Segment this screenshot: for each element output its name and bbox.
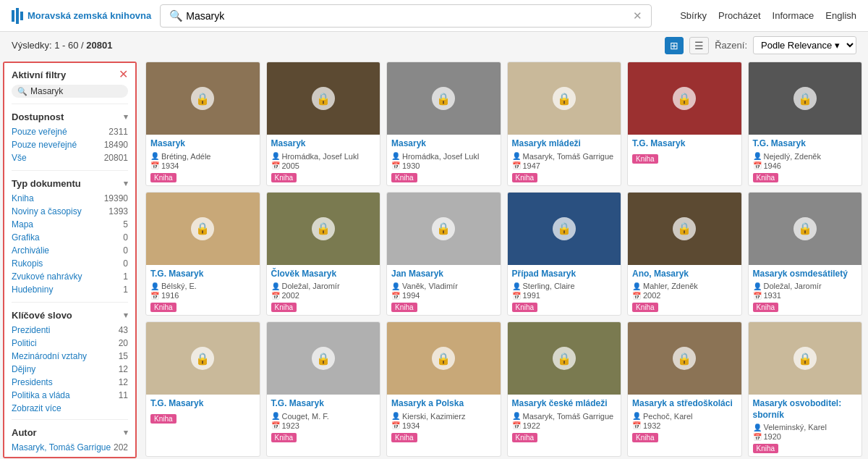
calendar-icon: 📅 bbox=[753, 433, 762, 441]
dostupnost-header[interactable]: Dostupnost ▾ bbox=[12, 109, 128, 125]
lock-icon: 🔒 bbox=[432, 217, 455, 240]
book-title: Masaryk bbox=[271, 138, 376, 150]
book-author: 👤Vaněk, Vladimír bbox=[391, 282, 496, 290]
sort-label: Řazení: bbox=[715, 40, 747, 51]
book-year: 📅2002 bbox=[271, 291, 376, 300]
person-icon: 👤 bbox=[150, 282, 159, 290]
book-type-badge: Kniha bbox=[150, 173, 176, 182]
nav-sbirky[interactable]: Sbírky bbox=[680, 10, 707, 21]
book-info: Masaryk osvoboditel: sborník 👤Veleminský… bbox=[749, 395, 862, 456]
sidebar-row: Prezidenti 43 bbox=[12, 324, 128, 337]
book-cover: 🔒 bbox=[146, 322, 260, 395]
clear-filters-button[interactable]: ✕ bbox=[119, 69, 128, 80]
book-card[interactable]: 🔒 T.G. Masaryk Kniha bbox=[145, 321, 260, 457]
book-cover: 🔒 bbox=[387, 322, 501, 395]
book-title: Masaryk mládeži bbox=[512, 138, 617, 150]
book-title: T.G. Masaryk bbox=[150, 269, 255, 280]
calendar-icon: 📅 bbox=[150, 161, 159, 169]
book-year: 📅1923 bbox=[271, 421, 376, 430]
search-button[interactable]: 🔍 bbox=[166, 9, 186, 22]
book-author: 👤Couget, M. F. bbox=[271, 412, 376, 421]
book-title: Masaryk a středoškoláci bbox=[632, 398, 737, 410]
book-author: 👤Doležal, Jaromír bbox=[753, 282, 858, 290]
book-author: 👤Mahler, Zdeněk bbox=[632, 282, 737, 290]
book-author: 👤Pechoč, Karel bbox=[632, 412, 737, 421]
calendar-icon: 📅 bbox=[512, 292, 521, 300]
book-card[interactable]: 🔒 Masaryk a Polska 👤Kierski, Kazimierz 📅… bbox=[386, 321, 501, 457]
book-info: Případ Masaryk 👤Sterling, Claire 📅1991 K… bbox=[508, 265, 621, 316]
book-info: Masaryk české mládeži 👤Masaryk, Tomáš Ga… bbox=[508, 395, 621, 445]
nav-informace[interactable]: Informace bbox=[773, 10, 814, 21]
book-type-badge: Kniha bbox=[753, 303, 779, 312]
book-author: 👤Hromádka, Josef Lukl bbox=[271, 152, 376, 161]
book-author: 👤Doležal, Jaromír bbox=[271, 282, 376, 290]
book-card[interactable]: 🔒 Masaryk 👤Hromádka, Josef Lukl 📅1930 Kn… bbox=[386, 62, 501, 186]
calendar-icon: 📅 bbox=[271, 421, 280, 429]
sort-select[interactable]: Podle Relevance ▾ bbox=[753, 36, 856, 54]
lock-icon: 🔒 bbox=[673, 347, 696, 370]
calendar-icon: 📅 bbox=[391, 161, 400, 169]
book-card[interactable]: 🔒 Jan Masaryk 👤Vaněk, Vladimír 📅1994 Kni… bbox=[386, 192, 501, 316]
book-card[interactable]: 🔒 T.G. Masaryk 👤Bélský, E. 📅1916 Kniha bbox=[145, 192, 260, 316]
book-year: 📅1931 bbox=[753, 291, 858, 300]
lock-icon: 🔒 bbox=[432, 347, 455, 370]
person-icon: 👤 bbox=[512, 152, 521, 160]
filter-chip-masaryk[interactable]: 🔍 Masaryk bbox=[12, 85, 128, 98]
book-card[interactable]: 🔒 Ano, Masaryk 👤Mahler, Zdeněk 📅2002 Kni… bbox=[627, 192, 742, 316]
book-card[interactable]: 🔒 Masaryk české mládeži 👤Masaryk, Tomáš … bbox=[507, 321, 622, 457]
book-type-badge: Kniha bbox=[632, 303, 658, 312]
autor-header[interactable]: Autor ▾ bbox=[12, 424, 128, 441]
grid-view-button[interactable]: ⊞ bbox=[665, 37, 684, 54]
book-title: Masaryk osvoboditel: sborník bbox=[753, 398, 858, 421]
book-card[interactable]: 🔒 Případ Masaryk 👤Sterling, Claire 📅1991… bbox=[507, 192, 622, 316]
sidebar-row: Presidents 12 bbox=[12, 376, 128, 389]
book-cover: 🔒 bbox=[387, 193, 501, 265]
book-card[interactable]: 🔒 Masaryk mládeži 👤Masaryk, Tomáš Garrig… bbox=[507, 62, 622, 186]
person-icon: 👤 bbox=[391, 282, 400, 290]
book-card[interactable]: 🔒 T.G. Masaryk Kniha bbox=[627, 62, 742, 186]
book-card[interactable]: 🔒 Masaryk 👤Bréting, Adéle 📅1934 Kniha bbox=[145, 62, 260, 186]
lock-icon: 🔒 bbox=[793, 87, 817, 110]
sidebar-row: Politika a vláda 11 bbox=[12, 389, 128, 402]
book-card[interactable]: 🔒 T.G. Masaryk 👤Couget, M. F. 📅1923 Knih… bbox=[266, 321, 381, 457]
search-input[interactable] bbox=[186, 10, 630, 22]
list-view-button[interactable]: ☰ bbox=[689, 37, 709, 54]
book-type-badge: Kniha bbox=[512, 303, 538, 312]
book-card[interactable]: 🔒 Masaryk osmdesátiletý 👤Doležal, Jaromí… bbox=[748, 192, 863, 316]
view-controls: ⊞ ☰ Řazení: Podle Relevance ▾ bbox=[665, 36, 856, 54]
header: Moravská zemská knihovna 🔍 ✕ Sbírky Proc… bbox=[0, 0, 868, 32]
klicove-slovo-header[interactable]: Klíčové slovo ▾ bbox=[12, 307, 128, 324]
sidebar-row: Noviny a časopisy 1393 bbox=[12, 205, 128, 218]
book-info: T.G. Masaryk Kniha bbox=[146, 395, 260, 426]
calendar-icon: 📅 bbox=[632, 292, 641, 300]
book-card[interactable]: 🔒 T.G. Masaryk 👤Nejedlý, Zdeněk 📅1946 Kn… bbox=[748, 62, 863, 186]
book-info: Masaryk mládeži 👤Masaryk, Tomáš Garrigue… bbox=[508, 135, 621, 185]
person-icon: 👤 bbox=[512, 412, 521, 420]
search-icon: 🔍 bbox=[17, 87, 27, 96]
calendar-icon: 📅 bbox=[271, 292, 280, 300]
calendar-icon: 📅 bbox=[753, 292, 762, 300]
sidebar-row: Masaryk, Tomáš Garrigue 202 bbox=[12, 441, 128, 454]
logo[interactable]: Moravská zemská knihovna bbox=[12, 8, 151, 24]
book-card[interactable]: 🔒 Masaryk a středoškoláci 👤Pechoč, Karel… bbox=[627, 321, 742, 457]
book-title: T.G. Masaryk bbox=[632, 138, 737, 150]
book-card[interactable]: 🔒 Člověk Masaryk 👤Doležal, Jaromír 📅2002… bbox=[266, 192, 381, 316]
person-icon: 👤 bbox=[150, 152, 159, 160]
show-more-klicove[interactable]: Zobrazit více bbox=[12, 403, 128, 413]
lock-icon: 🔒 bbox=[191, 87, 214, 110]
book-info: Masaryk 👤Bréting, Adéle 📅1934 Kniha bbox=[146, 135, 260, 185]
nav-prachazet[interactable]: Procházet bbox=[718, 10, 761, 21]
book-author: 👤Hromádka, Josef Lukl bbox=[391, 152, 496, 161]
book-card[interactable]: 🔒 Masaryk 👤Hromádka, Josef Lukl 📅2005 Kn… bbox=[266, 62, 381, 186]
sidebar-section-dostupnost: Dostupnost ▾ Pouze veřejné 2311 Pouze ne… bbox=[12, 109, 128, 164]
book-cover: 🔒 bbox=[267, 62, 380, 135]
sidebar: Aktivní filtry ✕ 🔍 Masaryk Dostupnost ▾ … bbox=[3, 62, 137, 458]
clear-search-button[interactable]: ✕ bbox=[630, 9, 645, 22]
book-info: Jan Masaryk 👤Vaněk, Vladimír 📅1994 Kniha bbox=[387, 265, 501, 316]
nav-english[interactable]: English bbox=[825, 10, 856, 21]
book-author: 👤Veleminský, Karel bbox=[753, 423, 858, 431]
results-area: 🔒 Masaryk 👤Bréting, Adéle 📅1934 Kniha 🔒 … bbox=[140, 59, 868, 459]
book-card[interactable]: 🔒 Masaryk osvoboditel: sborník 👤Velemins… bbox=[748, 321, 863, 457]
book-year: 📅1994 bbox=[391, 291, 496, 300]
typ-dokumentu-header[interactable]: Typ dokumentu ▾ bbox=[12, 175, 128, 192]
